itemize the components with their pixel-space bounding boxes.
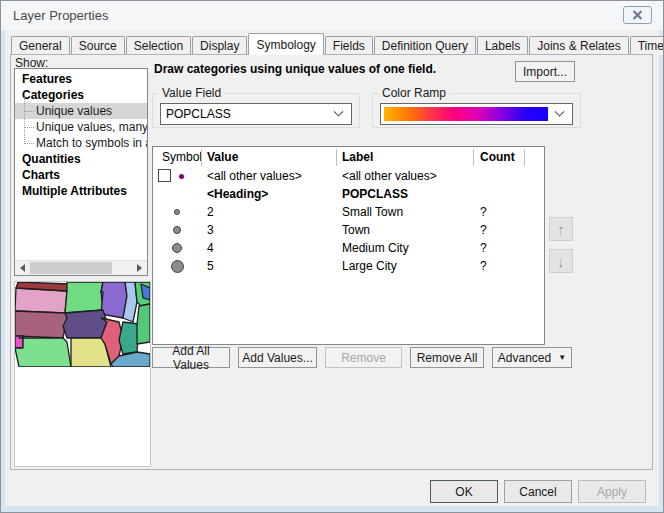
- all-other-values-checkbox[interactable]: [158, 169, 171, 182]
- column-header-value[interactable]: Value: [207, 150, 238, 164]
- scroll-right-arrow-icon[interactable]: [132, 261, 147, 275]
- cell-label: Large City: [342, 259, 397, 273]
- import-button[interactable]: Import...: [515, 61, 575, 82]
- close-button[interactable]: [623, 6, 652, 24]
- column-header-count[interactable]: Count: [480, 150, 515, 164]
- map-preview-image: [15, 282, 150, 367]
- table-row-value-4[interactable]: 4 Medium City ?: [153, 239, 544, 257]
- window-title: Layer Properties: [13, 8, 108, 23]
- table-row-value-2[interactable]: 2 Small Town ?: [153, 203, 544, 221]
- tree-item-unique-values[interactable]: Unique values: [15, 103, 147, 119]
- map-preview: [14, 281, 151, 467]
- dropdown-arrow-icon: ▼: [558, 353, 566, 362]
- cell-value: <Heading>: [207, 187, 268, 201]
- graduated-symbol-icon[interactable]: [171, 260, 184, 273]
- tab-source[interactable]: Source: [71, 36, 125, 55]
- show-tree: Features Categories Unique values Unique…: [14, 68, 148, 276]
- color-ramp-combobox[interactable]: [380, 103, 573, 125]
- table-row-value-5[interactable]: 5 Large City ?: [153, 257, 544, 275]
- tree-item-match-symbols[interactable]: Match to symbols in a: [15, 135, 147, 151]
- cancel-button[interactable]: Cancel: [504, 480, 572, 503]
- graduated-symbol-icon[interactable]: [174, 209, 180, 215]
- ok-button[interactable]: OK: [430, 480, 498, 503]
- color-ramp-label: Color Ramp: [379, 86, 449, 100]
- scrollbar-thumb[interactable]: [30, 262, 112, 274]
- value-field-group: Value Field POPCLASS: [152, 86, 360, 128]
- move-down-button: ↓: [549, 249, 573, 273]
- scroll-left-arrow-icon[interactable]: [15, 261, 30, 275]
- dialog-body: General Source Selection Display Symbolo…: [5, 30, 659, 506]
- tree-item-charts[interactable]: Charts: [15, 167, 147, 183]
- cell-value: <all other values>: [207, 169, 302, 183]
- add-all-values-button[interactable]: Add All Values: [152, 347, 230, 368]
- tree-horizontal-scrollbar[interactable]: [15, 260, 147, 275]
- symbology-tab-page: Show: Features Categories Unique values …: [10, 54, 653, 470]
- value-field-value: POPCLASS: [161, 107, 335, 121]
- cell-count: ?: [480, 259, 487, 273]
- tab-time[interactable]: Time: [630, 36, 664, 55]
- value-field-label: Value Field: [159, 86, 224, 100]
- tree-item-categories[interactable]: Categories: [15, 87, 147, 103]
- apply-button: Apply: [578, 480, 646, 503]
- cell-value: 2: [207, 205, 214, 219]
- tab-definition-query[interactable]: Definition Query: [374, 36, 476, 55]
- cell-label: POPCLASS: [342, 187, 408, 201]
- arrow-down-icon: ↓: [557, 253, 565, 270]
- cell-count: ?: [480, 205, 487, 219]
- remove-button: Remove: [325, 347, 402, 368]
- layer-properties-dialog: Layer Properties General Source Selectio…: [0, 0, 664, 513]
- cell-label: Small Town: [342, 205, 403, 219]
- graduated-symbol-icon[interactable]: [173, 226, 181, 234]
- color-ramp-gradient: [384, 107, 548, 121]
- chevron-down-icon: [555, 106, 565, 116]
- cell-count: ?: [480, 223, 487, 237]
- advanced-button[interactable]: Advanced ▼: [492, 347, 572, 368]
- table-row-all-other-values[interactable]: <all other values> <all other values>: [153, 167, 544, 185]
- cell-label: Medium City: [342, 241, 409, 255]
- cell-label: <all other values>: [342, 169, 437, 183]
- title-bar[interactable]: Layer Properties: [1, 1, 663, 30]
- close-icon: [632, 10, 643, 20]
- color-ramp-group: Color Ramp: [372, 86, 581, 128]
- value-field-combobox[interactable]: POPCLASS: [160, 103, 352, 125]
- tab-general[interactable]: General: [11, 36, 70, 55]
- advanced-label: Advanced: [498, 351, 551, 365]
- move-up-button: ↑: [549, 217, 573, 241]
- tab-display[interactable]: Display: [192, 36, 247, 55]
- tree-item-quantities[interactable]: Quantities: [15, 151, 147, 167]
- remove-all-button[interactable]: Remove All: [410, 347, 484, 368]
- table-row-value-3[interactable]: 3 Town ?: [153, 221, 544, 239]
- add-values-button[interactable]: Add Values...: [238, 347, 317, 368]
- tab-strip: General Source Selection Display Symbolo…: [11, 33, 664, 55]
- cell-count: ?: [480, 241, 487, 255]
- method-description: Draw categories using unique values of o…: [154, 62, 436, 76]
- values-table: Symbol Value Label Count <all other valu…: [152, 146, 545, 345]
- arrow-up-icon: ↑: [557, 221, 565, 238]
- table-row-heading[interactable]: <Heading> POPCLASS: [153, 185, 544, 203]
- all-other-values-symbol-icon[interactable]: [179, 174, 184, 179]
- column-header-symbol[interactable]: Symbol: [162, 150, 202, 164]
- tab-labels[interactable]: Labels: [477, 36, 528, 55]
- cell-value: 4: [207, 241, 214, 255]
- graduated-symbol-icon[interactable]: [172, 243, 182, 253]
- chevron-down-icon: [334, 106, 344, 116]
- tree-item-features[interactable]: Features: [15, 71, 147, 87]
- tab-symbology[interactable]: Symbology: [248, 33, 323, 55]
- tab-selection[interactable]: Selection: [126, 36, 191, 55]
- tab-joins-relates[interactable]: Joins & Relates: [529, 36, 628, 55]
- tab-fields[interactable]: Fields: [325, 36, 373, 55]
- table-header: Symbol Value Label Count: [153, 147, 544, 167]
- column-header-label[interactable]: Label: [342, 150, 373, 164]
- tree-item-unique-values-many[interactable]: Unique values, many: [15, 119, 147, 135]
- cell-value: 5: [207, 259, 214, 273]
- cell-value: 3: [207, 223, 214, 237]
- tree-item-multiple-attributes[interactable]: Multiple Attributes: [15, 183, 147, 199]
- cell-label: Town: [342, 223, 370, 237]
